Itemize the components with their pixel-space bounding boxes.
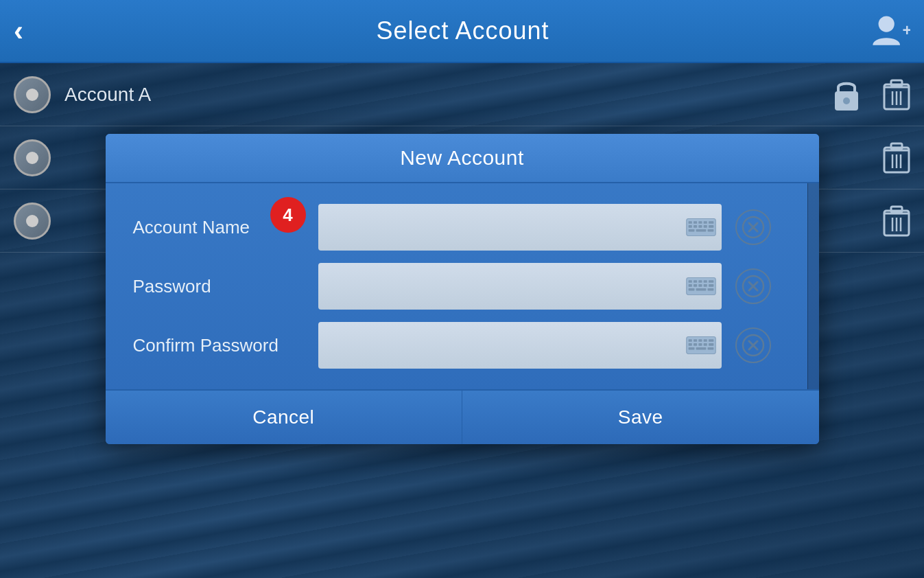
svg-rect-23 <box>688 221 691 224</box>
svg-rect-46 <box>694 284 697 287</box>
svg-rect-34 <box>696 229 706 232</box>
svg-rect-26 <box>703 221 707 224</box>
svg-rect-41 <box>694 280 697 283</box>
svg-rect-40 <box>688 280 691 283</box>
svg-rect-64 <box>698 343 702 346</box>
svg-rect-68 <box>696 347 706 350</box>
svg-rect-28 <box>688 225 691 228</box>
modal-footer: Cancel Save <box>106 389 819 444</box>
svg-rect-32 <box>709 225 713 228</box>
svg-rect-57 <box>688 339 691 342</box>
svg-rect-44 <box>709 280 713 283</box>
svg-rect-45 <box>688 284 691 287</box>
svg-rect-30 <box>698 225 702 228</box>
svg-rect-48 <box>703 284 707 287</box>
cancel-button[interactable]: Cancel <box>106 391 463 444</box>
account-name-input[interactable] <box>318 204 722 251</box>
confirm-password-input[interactable] <box>318 322 722 369</box>
keyboard-icon <box>686 216 716 238</box>
confirm-password-clear-button[interactable] <box>735 327 771 363</box>
modal-title: New Account <box>126 146 798 170</box>
confirm-password-input-wrapper <box>318 322 722 369</box>
svg-rect-24 <box>694 221 697 224</box>
svg-rect-31 <box>703 225 707 228</box>
svg-rect-50 <box>688 288 694 291</box>
svg-rect-29 <box>694 225 697 228</box>
keyboard-icon <box>686 334 716 356</box>
new-account-modal: New Account 4 Account Name <box>106 134 819 444</box>
svg-rect-63 <box>694 343 697 346</box>
svg-rect-58 <box>694 339 697 342</box>
svg-rect-66 <box>709 343 713 346</box>
svg-rect-69 <box>707 347 713 350</box>
account-name-clear-button[interactable] <box>735 209 771 245</box>
svg-rect-59 <box>698 339 702 342</box>
svg-rect-52 <box>707 288 713 291</box>
svg-rect-51 <box>696 288 706 291</box>
confirm-password-row: Confirm Password <box>133 322 792 369</box>
svg-rect-27 <box>709 221 713 224</box>
svg-rect-60 <box>703 339 707 342</box>
svg-rect-42 <box>698 280 702 283</box>
modal-header: New Account <box>106 134 819 183</box>
svg-rect-65 <box>703 343 707 346</box>
password-input[interactable] <box>318 263 722 310</box>
confirm-password-label: Confirm Password <box>133 335 305 356</box>
password-input-wrapper <box>318 263 722 310</box>
svg-rect-62 <box>688 343 691 346</box>
modal-overlay: New Account 4 Account Name <box>0 0 924 578</box>
password-clear-button[interactable] <box>735 268 771 304</box>
svg-rect-35 <box>707 229 713 232</box>
svg-rect-47 <box>698 284 702 287</box>
account-name-row: Account Name <box>133 204 792 251</box>
account-name-input-wrapper <box>318 204 722 251</box>
modal-body: 4 Account Name <box>106 183 819 389</box>
svg-rect-61 <box>709 339 713 342</box>
password-label: Password <box>133 276 305 297</box>
svg-rect-49 <box>709 284 713 287</box>
svg-rect-25 <box>698 221 702 224</box>
keyboard-icon <box>686 275 716 297</box>
svg-rect-67 <box>688 347 694 350</box>
svg-rect-43 <box>703 280 707 283</box>
svg-rect-33 <box>688 229 694 232</box>
save-button[interactable]: Save <box>462 391 819 444</box>
step-badge: 4 <box>270 197 306 233</box>
password-row: Password <box>133 263 792 310</box>
